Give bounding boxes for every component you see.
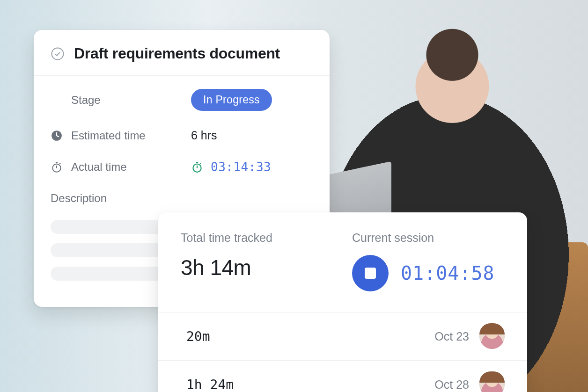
estimated-time-value: 6 hrs (191, 129, 217, 142)
stop-icon (365, 268, 376, 279)
svg-point-0 (52, 48, 64, 59)
total-time-block: Total time tracked 3h 14m (181, 231, 333, 291)
estimated-time-row: Estimated time 6 hrs (51, 129, 313, 142)
current-session-label: Current session (352, 231, 505, 245)
clock-icon (51, 130, 63, 142)
time-tracker-card: Total time tracked 3h 14m Current sessio… (158, 212, 527, 392)
log-date: Oct 28 (434, 378, 469, 392)
stage-label: Stage (71, 94, 101, 107)
log-date: Oct 23 (434, 330, 469, 343)
stopwatch-icon (51, 161, 63, 173)
task-title: Draft requirements document (74, 45, 280, 62)
total-time-value: 3h 14m (181, 255, 333, 280)
log-duration: 20m (186, 329, 210, 344)
description-label: Description (51, 192, 313, 205)
total-time-label: Total time tracked (181, 231, 333, 245)
time-log-row[interactable]: 1h 24m Oct 28 (158, 360, 527, 392)
current-session-block: Current session 01:04:58 (352, 231, 505, 291)
stage-row: Stage In Progress (51, 89, 313, 111)
time-log-row[interactable]: 20m Oct 23 (158, 312, 527, 360)
task-header: Draft requirements document (34, 30, 330, 76)
user-avatar[interactable] (479, 324, 505, 349)
stop-timer-button[interactable] (352, 255, 389, 291)
estimated-time-label: Estimated time (71, 129, 146, 142)
svg-point-3 (193, 164, 201, 172)
actual-time-row: Actual time 03:14:33 (51, 160, 313, 174)
log-duration: 1h 24m (186, 377, 234, 392)
timer-running-icon (191, 161, 203, 173)
user-avatar[interactable] (479, 372, 505, 392)
svg-point-2 (52, 164, 60, 172)
stage-badge[interactable]: In Progress (191, 89, 272, 111)
actual-time-value: 03:14:33 (211, 160, 271, 174)
actual-time-label: Actual time (71, 160, 127, 174)
current-session-value: 01:04:58 (401, 262, 495, 284)
complete-circle-icon[interactable] (51, 47, 65, 61)
